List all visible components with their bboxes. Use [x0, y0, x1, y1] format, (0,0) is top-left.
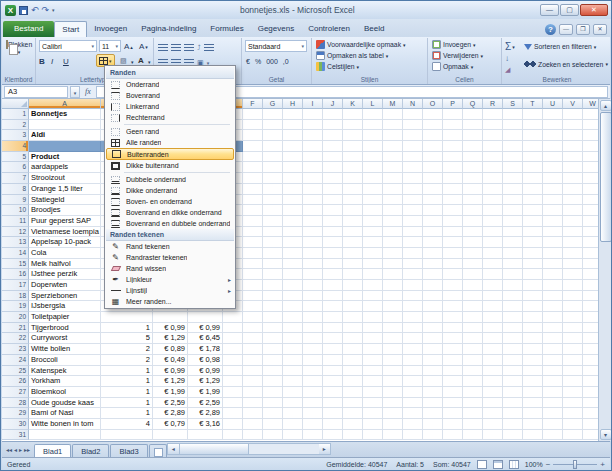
cell-V5[interactable] — [563, 152, 583, 163]
tab-controleren[interactable]: Controleren — [301, 21, 357, 37]
cell-S17[interactable] — [503, 280, 523, 291]
cell-F27[interactable] — [243, 387, 263, 398]
cell-R18[interactable] — [483, 291, 503, 302]
cell-T23[interactable] — [523, 344, 543, 355]
cell-N11[interactable] — [403, 216, 423, 227]
maximize-button[interactable]: ▢ — [560, 4, 579, 16]
cell-J22[interactable] — [323, 333, 343, 344]
cell-J9[interactable] — [323, 195, 343, 206]
cell-L29[interactable] — [363, 408, 383, 419]
cell-R17[interactable] — [483, 280, 503, 291]
cell-F5[interactable] — [243, 152, 263, 163]
cell-A9[interactable]: Statiegeld — [29, 195, 101, 206]
column-header-S[interactable]: S — [503, 99, 523, 109]
cell-F28[interactable] — [243, 398, 263, 409]
cell-W6[interactable] — [583, 162, 598, 173]
cell-G22[interactable] — [263, 333, 283, 344]
cell-V7[interactable] — [563, 173, 583, 184]
cell-O26[interactable] — [423, 376, 443, 387]
row-header-30[interactable]: 30 — [2, 419, 29, 430]
cell-A8[interactable]: Orange 1,5 liter — [29, 184, 101, 195]
cell-R24[interactable] — [483, 355, 503, 366]
cell-S31[interactable] — [503, 430, 523, 441]
cell-W22[interactable] — [583, 333, 598, 344]
cell-F3[interactable] — [243, 130, 263, 141]
cell-V17[interactable] — [563, 280, 583, 291]
cell-N10[interactable] — [403, 205, 423, 216]
cell-V15[interactable] — [563, 259, 583, 270]
workbook-close-button[interactable]: ✕ — [593, 24, 607, 35]
cell-M4[interactable] — [383, 141, 403, 152]
cell-W4[interactable] — [583, 141, 598, 152]
normal-view-icon[interactable] — [477, 460, 487, 469]
cell-B30[interactable]: 4 — [101, 419, 153, 430]
cell-L26[interactable] — [363, 376, 383, 387]
cell-A7[interactable]: Strooizout — [29, 173, 101, 184]
cell-V16[interactable] — [563, 269, 583, 280]
cell-Q11[interactable] — [463, 216, 483, 227]
cell-R9[interactable] — [483, 195, 503, 206]
cell-R7[interactable] — [483, 173, 503, 184]
prev-sheet-icon[interactable]: ◂ — [14, 446, 17, 454]
cell-I8[interactable] — [303, 184, 323, 195]
row-header-26[interactable]: 26 — [2, 376, 29, 387]
cell-R16[interactable] — [483, 269, 503, 280]
cell-F20[interactable] — [243, 312, 263, 323]
cell-O16[interactable] — [423, 269, 443, 280]
menu-item-lijnkleur[interactable]: ✒Lijnkleur▸ — [106, 274, 234, 285]
cell-N4[interactable] — [403, 141, 423, 152]
cell-T13[interactable] — [523, 237, 543, 248]
cell-C24[interactable]: € 0,49 — [153, 355, 188, 366]
cell-U18[interactable] — [543, 291, 563, 302]
cell-I12[interactable] — [303, 227, 323, 238]
cell-U11[interactable] — [543, 216, 563, 227]
cell-G8[interactable] — [263, 184, 283, 195]
cell-P9[interactable] — [443, 195, 463, 206]
column-header-K[interactable]: K — [343, 99, 363, 109]
tab-formules[interactable]: Formules — [203, 21, 250, 37]
cell-N6[interactable] — [403, 162, 423, 173]
cell-G7[interactable] — [263, 173, 283, 184]
cell-M15[interactable] — [383, 259, 403, 270]
cell-T3[interactable] — [523, 130, 543, 141]
cell-T18[interactable] — [523, 291, 543, 302]
cell-I14[interactable] — [303, 248, 323, 259]
cell-K2[interactable] — [343, 120, 363, 131]
cell-T7[interactable] — [523, 173, 543, 184]
cell-K31[interactable] — [343, 430, 363, 441]
cell-N27[interactable] — [403, 387, 423, 398]
cell-E31[interactable] — [223, 430, 243, 441]
cell-O30[interactable] — [423, 419, 443, 430]
page-layout-view-icon[interactable] — [493, 460, 503, 469]
cell-W24[interactable] — [583, 355, 598, 366]
cell-P16[interactable] — [443, 269, 463, 280]
cell-G6[interactable] — [263, 162, 283, 173]
cell-C28[interactable]: € 2,59 — [153, 398, 188, 409]
cell-B20[interactable] — [101, 312, 153, 323]
cell-V25[interactable] — [563, 366, 583, 377]
cell-V20[interactable] — [563, 312, 583, 323]
cell-U7[interactable] — [543, 173, 563, 184]
cell-G18[interactable] — [263, 291, 283, 302]
cell-H15[interactable] — [283, 259, 303, 270]
cell-S3[interactable] — [503, 130, 523, 141]
cell-R30[interactable] — [483, 419, 503, 430]
cell-R19[interactable] — [483, 301, 503, 312]
column-header-W[interactable]: W — [583, 99, 598, 109]
cell-U2[interactable] — [543, 120, 563, 131]
cell-C30[interactable]: € 0,79 — [153, 419, 188, 430]
menu-item-rand-tekenen[interactable]: ✎Rand tekenen — [106, 241, 234, 252]
cell-O12[interactable] — [423, 227, 443, 238]
cell-P26[interactable] — [443, 376, 463, 387]
cell-H12[interactable] — [283, 227, 303, 238]
cell-L30[interactable] — [363, 419, 383, 430]
cell-N25[interactable] — [403, 366, 423, 377]
cell-P17[interactable] — [443, 280, 463, 291]
format-cells-button[interactable]: Opmaak▾ — [432, 62, 473, 71]
cell-I21[interactable] — [303, 323, 323, 334]
cell-L19[interactable] — [363, 301, 383, 312]
cell-P1[interactable] — [443, 109, 463, 120]
cell-P18[interactable] — [443, 291, 463, 302]
cell-K9[interactable] — [343, 195, 363, 206]
row-header-28[interactable]: 28 — [2, 398, 29, 409]
